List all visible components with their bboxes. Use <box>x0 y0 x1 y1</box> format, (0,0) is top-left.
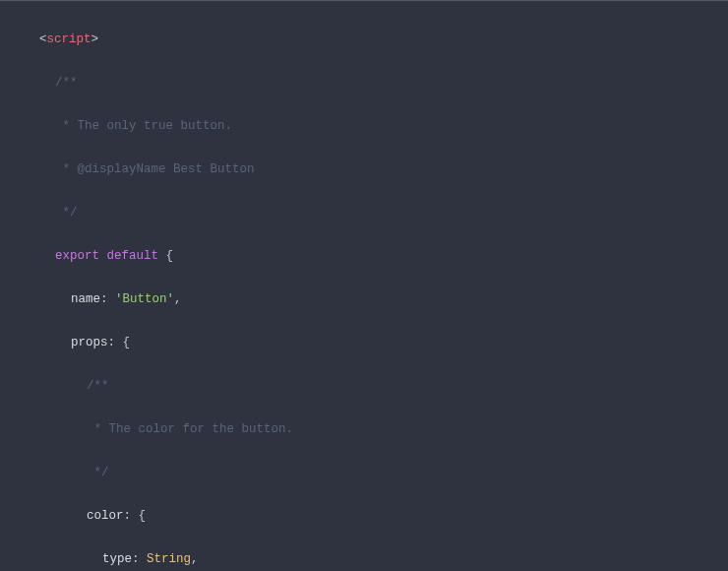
keyword: default <box>107 249 159 263</box>
code-line: * @displayName Best Button <box>0 159 728 180</box>
tag-name: script <box>47 32 91 46</box>
prop: type <box>102 552 132 566</box>
prop: color <box>87 509 124 523</box>
code-line: /** <box>0 72 728 94</box>
code-line: name: 'Button', <box>0 288 728 310</box>
punct: < <box>39 32 47 46</box>
code-line: */ <box>0 462 728 483</box>
punct: > <box>91 32 99 46</box>
code-line: */ <box>0 202 728 223</box>
code-line: /** <box>0 375 728 397</box>
code-line: * The color for the button. <box>0 418 728 440</box>
punct: , <box>174 292 182 306</box>
prop: name <box>71 292 100 306</box>
code-line: * The only true button. <box>0 115 728 137</box>
code-line: <script> <box>0 29 728 50</box>
code-editor[interactable]: <script> /** * The only true button. * @… <box>0 0 728 571</box>
punct: { <box>158 249 173 263</box>
string: 'Button' <box>115 292 174 306</box>
punct: : <box>100 292 115 306</box>
punct: : { <box>124 509 147 523</box>
code-line: props: { <box>0 332 728 353</box>
code-line: type: String, <box>0 548 728 570</box>
punct: , <box>191 552 199 566</box>
type-name: String <box>147 552 191 566</box>
keyword: export <box>55 249 99 263</box>
code-line: export default { <box>0 245 728 267</box>
punct: : <box>132 552 147 566</box>
code-line: color: { <box>0 505 728 527</box>
prop: props <box>71 336 108 349</box>
punct: : { <box>108 336 131 349</box>
